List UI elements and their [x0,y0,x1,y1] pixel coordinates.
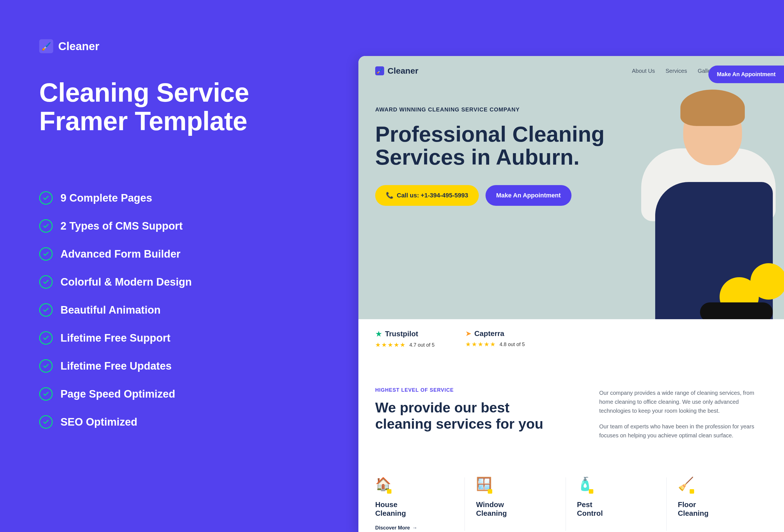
capterra-rating: 4.8 out of 5 [500,342,525,347]
trustpilot-rating: 4.7 out of 5 [409,342,435,348]
call-label: Call us: +1-394-495-5993 [397,192,468,199]
nav-cta-button[interactable]: Make An Appointment [708,65,784,83]
section-title-highlight: cleaning [375,416,432,432]
hero-title-post: Services in Auburn. [375,145,580,169]
appointment-button[interactable]: Make An Appointment [485,185,571,206]
services-intro: HIGHEST LEVEL OF SERVICE We provide our … [358,362,784,447]
feature-item: Lifetime Free Support [39,331,333,345]
service-title: PestControl [577,500,655,518]
section-title-post: services for you [436,416,543,432]
feature-text: Advanced Form Builder [60,248,180,260]
check-circle-icon [39,359,53,373]
feature-text: Page Speed Optimized [60,388,175,400]
feature-text: Lifetime Free Updates [60,360,172,372]
section-title: We provide our best cleaning services fo… [375,400,582,432]
feature-item: Page Speed Optimized [39,387,333,401]
hero-image [582,81,784,319]
trust-capterra: ➤ Capterra ★★★★★ 4.8 out of 5 [465,329,525,348]
phone-icon: 📞 [386,192,393,199]
feature-item: Lifetime Free Updates [39,359,333,373]
service-card[interactable]: 🧹 FloorCleaning [667,477,767,531]
call-button[interactable]: 📞 Call us: +1-394-495-5993 [375,185,479,206]
check-circle-icon [39,387,53,401]
service-icon: 🏠 [375,477,391,493]
paint-roller-icon: 🖌️ [375,66,384,75]
feature-text: Beautiful Animation [60,304,161,316]
trust-strip: ★ Trustpilot ★★★★★ 4.7 out of 5 ➤ Capter… [358,319,585,362]
preview-logo[interactable]: 🖌️ Cleaner [375,66,418,76]
brand-logo: 🖌️ Cleaner [39,39,333,53]
paint-roller-icon: 🖌️ [39,39,53,53]
service-icon: 🧹 [678,477,694,493]
headline: Cleaning Service Framer Template [39,78,333,135]
feature-text: Lifetime Free Support [60,332,170,344]
service-title: HouseCleaning [375,500,453,518]
feature-list: 9 Complete Pages2 Types of CMS SupportAd… [39,191,333,429]
feature-item: 9 Complete Pages [39,191,333,205]
check-circle-icon [39,191,53,205]
feature-item: Advanced Form Builder [39,247,333,261]
check-circle-icon [39,415,53,429]
feature-item: 2 Types of CMS Support [39,219,333,233]
service-icon: 🪟 [476,477,492,493]
discover-more-link[interactable]: Discover More → [375,525,453,531]
feature-item: SEO Optimized [39,415,333,429]
stars-icon: ★★★★★ [375,341,406,348]
check-circle-icon [39,331,53,345]
section-para-1: Our company provides a wide range of cle… [599,388,767,415]
check-circle-icon [39,303,53,317]
services-grid: 🏠 HouseCleaning Discover More →🪟 WindowC… [358,447,784,531]
service-title: FloorCleaning [678,500,756,518]
preview-logo-text: Cleaner [388,66,418,76]
check-circle-icon [39,219,53,233]
capterra-name: Capterra [474,329,504,338]
hero-title-pre: Professional [375,122,506,146]
section-eyebrow: HIGHEST LEVEL OF SERVICE [375,387,582,393]
section-para-2: Our team of experts who have been in the… [599,422,767,440]
template-preview: 🖌️ Cleaner About UsServicesGalleryBlogCo… [358,56,784,532]
feature-item: Beautiful Animation [39,303,333,317]
feature-text: 9 Complete Pages [60,192,152,204]
capterra-arrow-icon: ➤ [465,329,472,338]
feature-item: Colorful & Modern Design [39,275,333,289]
feature-text: SEO Optimized [60,416,137,428]
check-circle-icon [39,247,53,261]
nav-link[interactable]: About Us [632,68,655,74]
nav-link[interactable]: Services [666,68,687,74]
service-title: WindowCleaning [476,500,554,518]
section-title-pre: We provide our best [375,400,510,416]
trustpilot-star-icon: ★ [375,329,382,338]
check-circle-icon [39,275,53,289]
service-icon: 🧴 [577,477,593,493]
arrow-right-icon: → [412,525,417,531]
trustpilot-name: Trustpilot [385,330,418,338]
stars-icon: ★★★★★ [465,341,496,348]
service-card[interactable]: 🏠 HouseCleaning Discover More → [375,477,465,531]
brand-name: Cleaner [58,40,100,53]
feature-text: 2 Types of CMS Support [60,220,183,232]
feature-text: Colorful & Modern Design [60,276,192,288]
trust-trustpilot: ★ Trustpilot ★★★★★ 4.7 out of 5 [375,329,435,348]
service-card[interactable]: 🪟 WindowCleaning [465,477,566,531]
service-card[interactable]: 🧴 PestControl [566,477,667,531]
hero-section: 🖌️ Cleaner About UsServicesGalleryBlogCo… [358,56,784,319]
